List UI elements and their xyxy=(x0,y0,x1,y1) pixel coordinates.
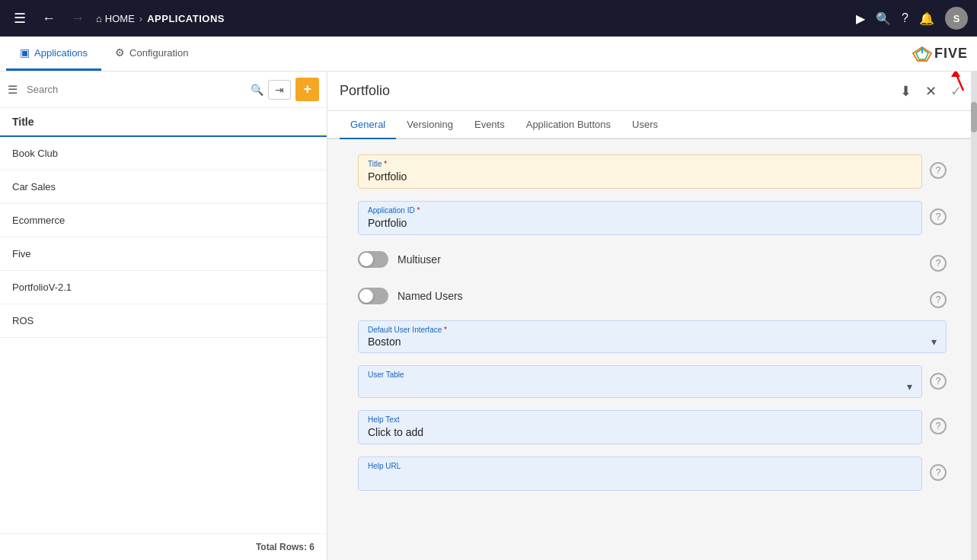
sidebar-footer: Total Rows: 6 xyxy=(0,533,327,560)
sidebar-list: Book Club Car Sales Ecommerce Five Portf… xyxy=(0,137,327,533)
subtab-users[interactable]: Users xyxy=(621,111,669,139)
search-input[interactable] xyxy=(22,81,246,98)
list-item[interactable]: Ecommerce xyxy=(0,204,327,237)
user-table-value: ▾ xyxy=(368,380,912,393)
search-global-icon[interactable]: 🔍 xyxy=(876,11,891,26)
list-item[interactable]: Car Sales xyxy=(0,170,327,204)
help-text-value: Click to add xyxy=(368,426,423,438)
sidebar-column-header: Title xyxy=(0,108,327,137)
five-logo-text: FIVE xyxy=(934,46,968,62)
configuration-tab-icon: ⚙ xyxy=(115,46,125,59)
title-field[interactable]: Title Portfolio xyxy=(358,154,922,189)
named-users-label: Named Users xyxy=(398,290,921,302)
default-ui-label: Default User Interface xyxy=(368,326,937,334)
play-icon[interactable]: ▶ xyxy=(856,11,865,26)
sidebar-toolbar: ☰ 🔍 ⇥ + xyxy=(0,72,327,108)
notifications-icon[interactable]: 🔔 xyxy=(919,11,934,26)
app-id-help-icon[interactable]: ? xyxy=(930,208,947,225)
applications-tab-label: Applications xyxy=(34,47,88,59)
help-url-help-icon[interactable]: ? xyxy=(930,464,947,481)
breadcrumb: ⌂ HOME › APPLICATIONS xyxy=(96,13,848,24)
download-icon[interactable]: ⬇ xyxy=(897,80,915,103)
subtab-application-buttons[interactable]: Application Buttons xyxy=(516,111,621,139)
scrollbar-thumb[interactable] xyxy=(971,102,977,132)
title-row: Title Portfolio ? xyxy=(358,154,947,189)
multiuser-label: Multiuser xyxy=(398,253,921,266)
home-link[interactable]: ⌂ HOME xyxy=(96,13,135,24)
title-value: Portfolio xyxy=(368,170,407,183)
user-table-label: User Table xyxy=(368,371,912,379)
tab-applications[interactable]: ▣ Applications xyxy=(6,37,101,71)
import-button[interactable]: ⇥ xyxy=(268,80,291,100)
list-item[interactable]: Book Club xyxy=(0,137,327,170)
title-help-icon[interactable]: ? xyxy=(930,162,947,179)
help-text-field[interactable]: Help Text Click to add xyxy=(358,410,922,444)
content-header: Portfolio ⬇ ✕ ✓ xyxy=(327,72,977,111)
multiuser-toggle[interactable] xyxy=(358,251,388,268)
chevron-down-icon: ▾ xyxy=(931,336,937,348)
search-icon[interactable]: 🔍 xyxy=(251,84,263,96)
help-text-row: Help Text Click to add ? xyxy=(358,410,947,444)
help-text-label: Help Text xyxy=(368,415,912,424)
help-text-help-icon[interactable]: ? xyxy=(930,418,947,434)
named-users-help-icon[interactable]: ? xyxy=(930,291,947,308)
topbar-actions: ▶ 🔍 ? 🔔 S xyxy=(856,7,968,30)
named-users-toggle[interactable] xyxy=(358,288,388,304)
list-item[interactable]: ROS xyxy=(0,304,327,338)
home-icon: ⌂ xyxy=(96,13,102,24)
toggle-knob xyxy=(359,253,373,266)
main-layout: ☰ 🔍 ⇥ + Title Book Club Car Sales Ecomme… xyxy=(0,72,977,560)
scrollbar[interactable] xyxy=(971,72,977,560)
content-panel: Portfolio ⬇ ✕ ✓ General Versioning Event… xyxy=(327,72,977,560)
applications-tab-icon: ▣ xyxy=(20,46,30,59)
add-button[interactable]: + xyxy=(295,78,319,101)
app-id-label: Application ID xyxy=(368,206,912,215)
help-url-field[interactable]: Help URL xyxy=(358,457,922,491)
red-arrow-annotation xyxy=(940,72,971,92)
close-icon[interactable]: ✕ xyxy=(922,80,940,103)
app-id-row: Application ID Portfolio ? xyxy=(358,201,947,235)
list-item[interactable]: Five xyxy=(0,237,327,271)
configuration-tab-label: Configuration xyxy=(129,47,188,59)
help-global-icon[interactable]: ? xyxy=(902,11,908,25)
back-icon[interactable]: ← xyxy=(38,11,59,27)
menu-icon[interactable]: ☰ xyxy=(9,10,30,27)
multiuser-row: Multiuser ? xyxy=(358,247,947,272)
breadcrumb-sep: › xyxy=(139,13,142,24)
svg-marker-4 xyxy=(951,72,960,77)
multiuser-help-icon[interactable]: ? xyxy=(930,255,947,272)
help-url-value xyxy=(368,473,371,485)
app-id-field[interactable]: Application ID Portfolio xyxy=(358,201,922,235)
page-title: Portfolio xyxy=(340,83,889,99)
app-id-value: Portfolio xyxy=(368,217,407,229)
subtabs: General Versioning Events Application Bu… xyxy=(327,111,977,139)
subtab-events[interactable]: Events xyxy=(464,111,516,139)
toggle-knob xyxy=(359,289,373,303)
help-url-label: Help URL xyxy=(368,462,912,470)
five-logo: FIVE xyxy=(912,46,968,62)
user-table-field[interactable]: User Table ▾ xyxy=(358,365,922,398)
main-tabs: ▣ Applications ⚙ Configuration FIVE xyxy=(0,37,977,72)
user-table-row: User Table ▾ ? xyxy=(358,365,947,398)
subtab-general[interactable]: General xyxy=(340,111,396,139)
default-ui-value: Boston ▾ xyxy=(368,336,937,348)
filter-icon[interactable]: ☰ xyxy=(8,83,18,97)
confirm-button-container: ✓ xyxy=(947,83,965,100)
topbar: ☰ ← → ⌂ HOME › APPLICATIONS ▶ 🔍 ? 🔔 S xyxy=(0,0,977,37)
chevron-down-icon: ▾ xyxy=(907,380,912,393)
title-label: Title xyxy=(368,160,912,168)
avatar[interactable]: S xyxy=(945,7,968,30)
user-table-help-icon[interactable]: ? xyxy=(930,373,947,390)
forward-icon[interactable]: → xyxy=(67,11,88,27)
named-users-row: Named Users ? xyxy=(358,284,947,308)
default-ui-field[interactable]: Default User Interface Boston ▾ xyxy=(358,320,947,353)
form-area: Title Portfolio ? Application ID Portfol… xyxy=(327,139,977,560)
default-ui-row: Default User Interface Boston ▾ xyxy=(358,320,947,353)
breadcrumb-apps: APPLICATIONS xyxy=(147,13,225,24)
sidebar: ☰ 🔍 ⇥ + Title Book Club Car Sales Ecomme… xyxy=(0,72,327,560)
list-item[interactable]: PortfolioV-2.1 xyxy=(0,271,327,304)
help-url-row: Help URL ? xyxy=(358,457,947,491)
tab-configuration[interactable]: ⚙ Configuration xyxy=(101,37,202,71)
subtab-versioning[interactable]: Versioning xyxy=(396,111,464,139)
